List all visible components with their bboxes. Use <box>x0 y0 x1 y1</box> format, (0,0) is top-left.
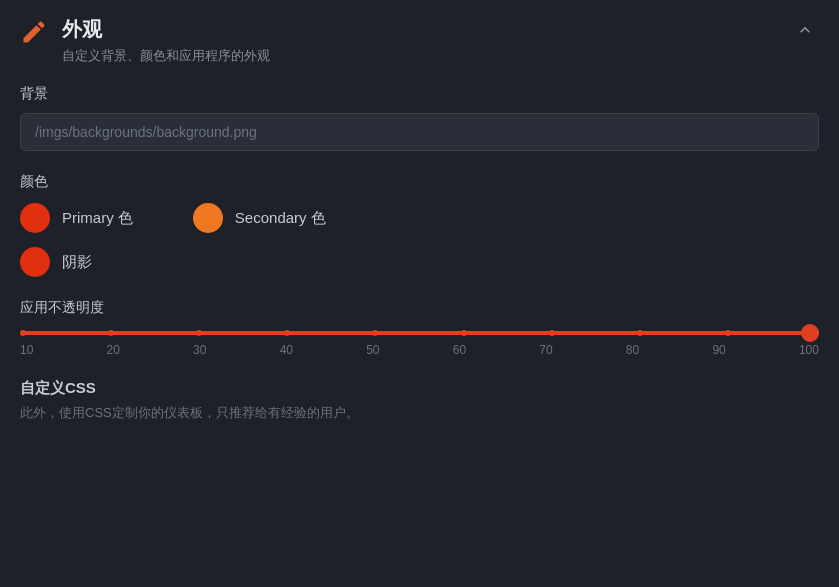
secondary-color-swatch <box>193 203 223 233</box>
shadow-color-item[interactable]: 阴影 <box>20 247 819 277</box>
tick-80: 80 <box>626 343 639 357</box>
slider-dot-9 <box>725 330 731 336</box>
shadow-color-label: 阴影 <box>62 253 92 272</box>
opacity-label: 应用不透明度 <box>20 299 819 317</box>
slider-labels: 10 20 30 40 50 60 70 80 90 100 <box>20 343 819 357</box>
slider-dot-4 <box>284 330 290 336</box>
primary-color-item[interactable]: Primary 色 <box>20 203 133 233</box>
appearance-icon <box>20 18 48 52</box>
background-section: 背景 <box>20 85 819 151</box>
header-left: 外观 自定义背景、颜色和应用程序的外观 <box>20 16 270 65</box>
tick-90: 90 <box>712 343 725 357</box>
tick-40: 40 <box>280 343 293 357</box>
custom-css-section: 自定义CSS 此外，使用CSS定制你的仪表板，只推荐给有经验的用户。 <box>20 379 819 422</box>
slider-dot-8 <box>637 330 643 336</box>
slider-dot-2 <box>108 330 114 336</box>
slider-dot-1 <box>20 330 26 336</box>
tick-30: 30 <box>193 343 206 357</box>
colors-section: 颜色 Primary 色 Secondary 色 阴影 <box>20 173 819 277</box>
collapse-button[interactable] <box>791 16 819 49</box>
tick-20: 20 <box>107 343 120 357</box>
slider-dot-3 <box>196 330 202 336</box>
tick-50: 50 <box>366 343 379 357</box>
colors-label: 颜色 <box>20 173 819 191</box>
color-row: Primary 色 Secondary 色 <box>20 203 819 233</box>
slider-dots <box>20 330 819 336</box>
secondary-color-label: Secondary 色 <box>235 209 326 228</box>
primary-color-label: Primary 色 <box>62 209 133 228</box>
tick-100: 100 <box>799 343 819 357</box>
tick-70: 70 <box>539 343 552 357</box>
slider-dot-5 <box>372 330 378 336</box>
tick-10: 10 <box>20 343 33 357</box>
slider-dot-7 <box>549 330 555 336</box>
primary-color-swatch <box>20 203 50 233</box>
section-header: 外观 自定义背景、颜色和应用程序的外观 <box>20 16 819 65</box>
page-title: 外观 <box>62 16 270 43</box>
secondary-color-item[interactable]: Secondary 色 <box>193 203 326 233</box>
opacity-section: 应用不透明度 10 20 30 40 50 60 70 80 <box>20 299 819 357</box>
shadow-color-swatch <box>20 247 50 277</box>
custom-css-description: 此外，使用CSS定制你的仪表板，只推荐给有经验的用户。 <box>20 404 819 422</box>
slider-track <box>20 331 819 335</box>
header-text: 外观 自定义背景、颜色和应用程序的外观 <box>62 16 270 65</box>
custom-css-label: 自定义CSS <box>20 379 819 398</box>
slider-dot-6 <box>461 330 467 336</box>
background-label: 背景 <box>20 85 819 103</box>
tick-60: 60 <box>453 343 466 357</box>
opacity-slider-wrapper <box>20 331 819 335</box>
background-input[interactable] <box>20 113 819 151</box>
page-subtitle: 自定义背景、颜色和应用程序的外观 <box>62 47 270 65</box>
slider-thumb[interactable] <box>801 324 819 342</box>
